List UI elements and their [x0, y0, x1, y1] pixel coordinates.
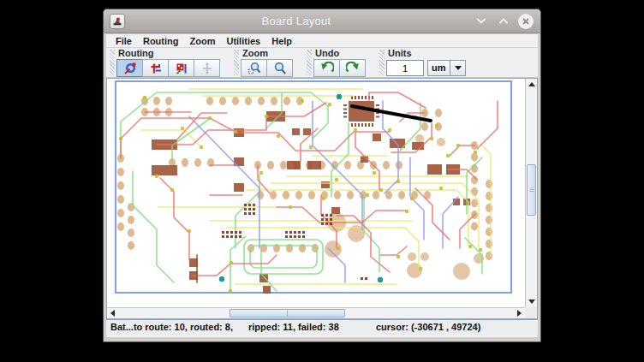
app-icon[interactable] — [110, 14, 125, 29]
close-icon — [522, 17, 530, 26]
toolbar-section-undo: Undo — [303, 48, 366, 77]
close-circle — [518, 14, 534, 29]
status-ripped-failed: ripped: 11, failed: 38 — [248, 322, 339, 332]
autoroute-icon — [123, 62, 137, 75]
menubar: File Routing Zoom Utilities Help — [106, 33, 538, 48]
window-body: File Routing Zoom Utilities Help Routing — [106, 33, 538, 337]
undo-icon — [320, 62, 334, 75]
toolbar-section-units: Units um — [376, 48, 466, 77]
zoom-out-button[interactable] — [266, 59, 293, 77]
maximize-button[interactable] — [495, 13, 512, 30]
ripup-icon — [175, 62, 188, 75]
redo-icon — [346, 62, 360, 75]
menu-help[interactable]: Help — [268, 36, 300, 46]
units-combo-value: um — [427, 60, 450, 76]
window-title: Board Layout — [125, 15, 468, 27]
scroll-right-button[interactable] — [514, 308, 525, 318]
menu-file[interactable]: File — [112, 36, 140, 46]
zoom-region-button[interactable] — [241, 59, 267, 77]
scroll-up-button[interactable] — [526, 79, 537, 90]
toolbar-grip[interactable] — [234, 50, 239, 75]
minimize-button[interactable] — [473, 13, 490, 30]
menu-utilities[interactable]: Utilities — [223, 36, 268, 46]
chevron-up-icon — [498, 18, 509, 24]
triangle-up-icon — [528, 82, 535, 86]
titlebar[interactable]: Board Layout — [104, 9, 540, 33]
statusbar: Bat...to route: 10, routed: 8, ripped: 1… — [106, 319, 538, 335]
toolbar: Routing — [106, 48, 538, 78]
horizontal-scrollbar[interactable] — [107, 307, 525, 318]
vertical-scroll-thumb[interactable] — [527, 164, 536, 216]
triangle-left-icon — [110, 310, 115, 317]
pcb-artwork — [107, 79, 525, 306]
autoroute-button[interactable] — [116, 59, 143, 77]
menu-zoom[interactable]: Zoom — [187, 36, 224, 46]
move-button[interactable] — [194, 59, 220, 77]
toolbar-section-label: Zoom — [241, 48, 293, 59]
board-canvas[interactable] — [106, 78, 538, 319]
route-icon — [149, 62, 163, 75]
chevron-down-icon — [455, 66, 462, 70]
menu-routing[interactable]: Routing — [140, 36, 187, 46]
status-cursor-position: cursor: (-30671 , 49724) — [376, 322, 480, 332]
zoom-out-icon — [273, 62, 287, 75]
scroll-down-button[interactable] — [526, 296, 537, 307]
thumb-grip — [287, 311, 289, 317]
redo-button[interactable] — [339, 59, 366, 77]
toolbar-section-label: Units — [386, 48, 466, 59]
scroll-left-button[interactable] — [107, 308, 118, 318]
triangle-down-icon — [528, 300, 535, 304]
ripup-button[interactable] — [168, 59, 194, 77]
toolbar-section-label: Undo — [313, 48, 366, 59]
move-icon — [200, 62, 214, 75]
units-value-input[interactable] — [386, 60, 424, 76]
vertical-scrollbar[interactable] — [525, 79, 537, 307]
route-button[interactable] — [142, 59, 169, 77]
thumb-grip — [529, 188, 534, 193]
toolbar-grip[interactable] — [307, 50, 312, 75]
triangle-right-icon — [517, 310, 522, 317]
toolbar-section-zoom: Zoom — [230, 48, 293, 77]
toolbar-grip[interactable] — [379, 50, 385, 75]
chevron-down-icon — [476, 18, 486, 24]
board-layout-window: Board Layout File Routing Zoom Utilitie — [103, 9, 541, 342]
toolbar-section-routing: Routing — [106, 48, 220, 77]
horizontal-scroll-thumb[interactable] — [230, 309, 345, 317]
toolbar-grip[interactable] — [110, 50, 115, 75]
close-button[interactable] — [517, 13, 534, 30]
units-combo-button[interactable] — [450, 60, 466, 76]
units-combo[interactable]: um — [427, 60, 466, 76]
pcb-app-icon — [111, 15, 123, 27]
status-route-counts: Bat...to route: 10, routed: 8, — [110, 322, 233, 332]
undo-button[interactable] — [313, 59, 340, 77]
toolbar-section-label: Routing — [116, 48, 220, 59]
scrollbar-corner — [525, 307, 537, 318]
zoom-region-icon — [247, 62, 261, 75]
